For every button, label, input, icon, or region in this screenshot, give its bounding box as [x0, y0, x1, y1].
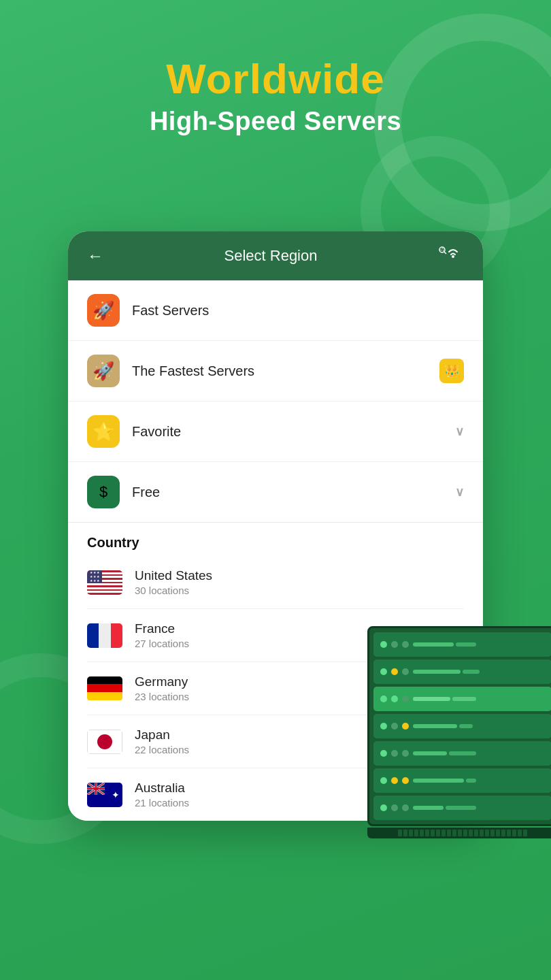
flag-jp [87, 730, 122, 754]
title-worldwide: Worldwide [0, 54, 551, 103]
back-button[interactable]: ← [87, 246, 103, 265]
favorite-icon: ⭐ [87, 415, 120, 448]
server-unit-6 [373, 768, 551, 793]
favorite-label: Favorite [132, 424, 455, 440]
fastest-servers-right: 👑 [439, 359, 464, 383]
favorite-right: ∨ [455, 424, 464, 439]
us-info: United States 30 locations [135, 568, 464, 596]
server-unit-1 [373, 632, 551, 657]
fast-servers-icon: 🚀 [87, 294, 120, 327]
favorite-chevron: ∨ [455, 424, 464, 439]
svg-point-2 [452, 255, 454, 258]
menu-list: 🚀 Fast Servers 🚀 The Fastest Servers 👑 ⭐… [68, 280, 483, 523]
card-header: ← Select Region [68, 231, 483, 280]
server-unit-5 [373, 741, 551, 766]
fast-servers-label: Fast Servers [132, 303, 464, 318]
server-rack-frame [367, 626, 551, 826]
select-region-title: Select Region [224, 247, 318, 265]
flag-fr [87, 623, 122, 648]
flag-de-container [87, 676, 122, 701]
wifi-search-icon[interactable] [438, 246, 464, 265]
country-item-us[interactable]: ★★★★★★★★★ United States 30 locations [87, 556, 464, 609]
fastest-servers-icon: 🚀 [87, 355, 120, 387]
server-unit-3 [373, 687, 551, 711]
us-name: United States [135, 568, 464, 583]
server-rack-teeth [398, 830, 527, 836]
free-right: ∨ [455, 485, 464, 500]
svg-point-0 [439, 247, 445, 252]
svg-line-1 [444, 252, 446, 254]
flag-jp-container [87, 730, 122, 754]
flag-fr-container [87, 623, 122, 648]
us-locations: 30 locations [135, 585, 464, 596]
menu-item-fast-servers[interactable]: 🚀 Fast Servers [68, 280, 483, 341]
server-rack-illustration [367, 626, 551, 838]
free-label: Free [132, 485, 455, 500]
crown-icon: 👑 [439, 359, 464, 383]
fastest-servers-label: The Fastest Servers [132, 363, 439, 379]
menu-item-free[interactable]: $ Free ∨ [68, 462, 483, 523]
flag-us-container: ★★★★★★★★★ [87, 570, 122, 595]
server-unit-7 [373, 796, 551, 820]
free-icon: $ [87, 476, 120, 508]
flag-us: ★★★★★★★★★ [87, 570, 122, 595]
header-section: Worldwide High-Speed Servers [0, 0, 551, 163]
flag-au-container: ✦ [87, 783, 122, 807]
menu-item-favorite[interactable]: ⭐ Favorite ∨ [68, 402, 483, 462]
country-heading: Country [87, 535, 464, 551]
free-chevron: ∨ [455, 485, 464, 500]
server-unit-2 [373, 659, 551, 684]
server-unit-4 [373, 714, 551, 738]
server-rack-base [367, 828, 551, 838]
svg-point-3 [441, 248, 444, 251]
menu-item-fastest-servers[interactable]: 🚀 The Fastest Servers 👑 [68, 341, 483, 402]
flag-au: ✦ [87, 783, 122, 807]
flag-de [87, 676, 122, 701]
title-subtitle: High-Speed Servers [0, 107, 551, 136]
